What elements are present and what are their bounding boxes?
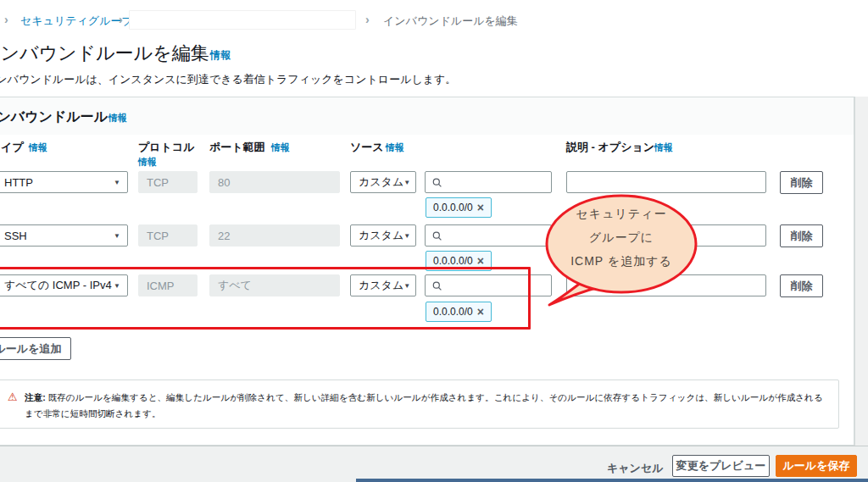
type-select-value: HTTP (4, 176, 33, 189)
add-rule-button[interactable]: ルールを追加 (0, 337, 71, 360)
type-select[interactable]: すべての ICMP - IPv4 ▼ (0, 274, 128, 296)
cidr-chip-value: 0.0.0.0/0 (433, 202, 473, 213)
port-range-field: すべて (209, 274, 340, 296)
type-info-link[interactable]: 情報 (29, 141, 47, 154)
annotation-line: グループに (547, 225, 696, 249)
column-header-source: ソース (350, 140, 384, 155)
breadcrumb-security-groups[interactable]: セキュリティグループ (20, 14, 133, 29)
source-mode-select[interactable]: カスタム ▼ (350, 171, 416, 193)
delete-rule-button[interactable]: 削除 (780, 171, 823, 194)
save-rules-button[interactable]: ルールを保存 (776, 455, 857, 477)
delete-rule-button[interactable]: 削除 (780, 224, 823, 247)
card-header-band (0, 97, 854, 135)
caret-down-icon: ▼ (403, 282, 410, 290)
title-info-link[interactable]: 情報 (210, 48, 231, 63)
description-info-link[interactable]: 情報 (654, 141, 673, 154)
column-header-type: タイプ (0, 140, 24, 155)
protocol-field: TCP (138, 171, 198, 193)
section-title: インバウンドルール (0, 108, 108, 126)
breadcrumb-redacted-group-name (129, 10, 356, 30)
port-range-info-link[interactable]: 情報 (271, 141, 290, 154)
close-icon[interactable]: × (477, 306, 484, 318)
warning-label: 注意: (25, 392, 46, 402)
page-description: インバウンドルールは、インスタンスに到達できる着信トラフィックをコントロールしま… (0, 72, 456, 87)
caret-down-icon: ▼ (114, 179, 120, 186)
source-mode-value: カスタム (359, 175, 403, 190)
source-mode-value: カスタム (359, 228, 403, 243)
cidr-chip-value: 0.0.0.0/0 (433, 255, 473, 267)
annotation-line: セキュリティー (547, 202, 696, 225)
bottom-progress-bar (356, 479, 868, 482)
delete-rule-button[interactable]: 削除 (780, 274, 823, 297)
cidr-chip: 0.0.0.0/0 × (426, 197, 492, 218)
chevron-right-icon: › (119, 13, 123, 26)
column-header-description: 説明 - オプション (566, 140, 654, 155)
warning-text: 注意: 既存のルールを編集すると、編集したルールが削除されて、新しい詳細を含む新… (25, 390, 830, 422)
port-range-field: 80 (209, 171, 340, 193)
cancel-button[interactable]: キャンセル (607, 461, 664, 476)
cidr-chip: 0.0.0.0/0 × (426, 251, 492, 271)
protocol-field: ICMP (138, 274, 198, 296)
column-header-port-range: ポート範囲 (209, 140, 265, 155)
search-icon (432, 280, 442, 291)
protocol-field: TCP (138, 224, 198, 247)
source-mode-select[interactable]: カスタム ▼ (350, 274, 416, 296)
caret-down-icon: ▼ (403, 232, 410, 240)
caret-down-icon: ▼ (114, 282, 120, 290)
type-select-value: SSH (4, 230, 27, 242)
warning-triangle-icon: ⚠ (8, 391, 18, 403)
source-mode-select[interactable]: カスタム ▼ (350, 224, 416, 247)
source-info-link[interactable]: 情報 (386, 141, 404, 154)
annotation-line: ICMP を追加する (547, 249, 696, 273)
aws-console-screen: › セキュリティグループ › › インバウンドルールを編集 インバウンドルールを… (0, 0, 868, 482)
close-icon[interactable]: × (477, 255, 484, 267)
caret-down-icon: ▼ (114, 232, 120, 240)
source-search-input[interactable] (448, 176, 544, 189)
close-icon[interactable]: × (477, 202, 484, 213)
warning-panel: ⚠ 注意: 既存のルールを編集すると、編集したルールが削除されて、新しい詳細を含… (0, 380, 839, 429)
source-search-box[interactable] (425, 171, 552, 193)
protocol-info-link[interactable]: 情報 (138, 156, 157, 169)
source-mode-value: カスタム (359, 278, 403, 293)
page-background-strip (854, 97, 868, 446)
description-input[interactable] (566, 171, 766, 193)
type-select[interactable]: HTTP ▼ (0, 171, 128, 193)
cidr-chip-value: 0.0.0.0/0 (433, 306, 473, 318)
annotation-text: セキュリティー グループに ICMP を追加する (547, 202, 696, 273)
chevron-right-icon: › (365, 13, 370, 26)
column-header-protocol: プロトコル (138, 140, 195, 155)
caret-down-icon: ▼ (403, 179, 410, 186)
type-select[interactable]: SSH ▼ (0, 224, 128, 247)
preview-changes-button[interactable]: 変更をプレビュー (672, 455, 770, 477)
search-icon (432, 177, 442, 188)
cidr-chip: 0.0.0.0/0 × (426, 302, 492, 322)
breadcrumb-current-page: インバウンドルールを編集 (383, 14, 518, 29)
section-info-link[interactable]: 情報 (108, 112, 127, 125)
chevron-right-icon: › (4, 13, 8, 26)
search-icon (432, 230, 442, 241)
type-select-value: すべての ICMP - IPv4 (4, 278, 112, 293)
page-title: インバウンドルールを編集 (0, 41, 209, 66)
port-range-field: 22 (209, 224, 340, 247)
